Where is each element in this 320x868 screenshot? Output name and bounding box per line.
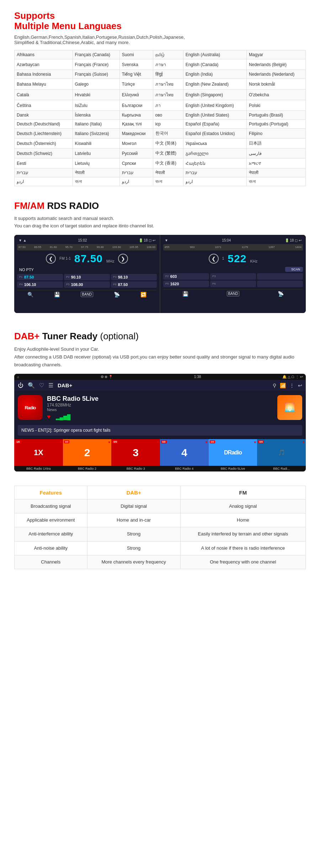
fmam-title: FM/AM RDS RADIO bbox=[14, 200, 306, 211]
fm-repeat-icon[interactable]: 🔁 bbox=[140, 292, 146, 297]
dab-channel-3[interactable]: 0/0 ♥ 3 BBC Radio 3 bbox=[111, 439, 160, 471]
lang-cell: Hrvatski bbox=[73, 90, 119, 100]
fm-presets: P1 87.50 P2 90.10 P3 98.10 P4 106.10 P5 bbox=[17, 274, 157, 288]
am-cast-icon[interactable]: 📡 bbox=[278, 291, 284, 297]
fmam-title-red: FM/AM bbox=[14, 200, 44, 211]
lang-cell: Latviešu bbox=[73, 149, 119, 158]
dab-channel-4[interactable]: 0/0 ♥ 4 BBC Radio 4 bbox=[160, 439, 209, 471]
am-preset-3[interactable]: P3 bbox=[210, 273, 256, 280]
lang-cell: اردو bbox=[15, 177, 73, 186]
am-preset-5[interactable]: P5 1620 bbox=[163, 281, 209, 287]
lang-cell: 中文 (简体) bbox=[153, 139, 183, 149]
lang-cell: 中文 (繁體) bbox=[153, 149, 183, 158]
lang-cell: বাংলা bbox=[247, 177, 306, 186]
lang-cell: Русский bbox=[119, 149, 153, 158]
dab-news-text: NEWS - ENT[2]: Springer opera court figh… bbox=[21, 428, 111, 433]
lang-cell: Српски bbox=[119, 158, 153, 168]
lang-cell: Español (Estados Unidos) bbox=[183, 129, 246, 139]
languages-subtitle: English,German,French,Spanish,Italian,Po… bbox=[14, 34, 306, 45]
lang-cell: Lietuvių bbox=[73, 158, 119, 168]
lang-cell: Deutsch (Liechtenstein) bbox=[15, 129, 73, 139]
dab-search-icon[interactable]: 🔍 bbox=[28, 382, 35, 389]
lang-cell: Italiano (Italia) bbox=[73, 120, 119, 129]
lang-cell: Deutsch (Schweiz) bbox=[15, 149, 73, 158]
dab-nav-title: DAB+ bbox=[58, 382, 72, 388]
comparison-cell-dab: Strong bbox=[87, 527, 180, 541]
dab-nav-right-icons: ⚲ 📶 ⋮ ↩ bbox=[273, 383, 302, 388]
dab-nav-bar: ⏻ 🔍 ♡ ☰ DAB+ ⚲ 📶 ⋮ ↩ bbox=[14, 380, 306, 391]
lang-cell: ภา bbox=[153, 100, 183, 111]
am-preset-6[interactable]: P6 bbox=[210, 281, 256, 287]
dab-desc-line1: Enjoy Audiophile-level Sound in your Car… bbox=[14, 346, 99, 352]
fm-cast-icon[interactable]: 📡 bbox=[114, 292, 120, 297]
lang-cell: 日本語 bbox=[247, 139, 306, 149]
lang-cell: नेपाली bbox=[247, 168, 306, 177]
lang-cell: Deutsch (Österreich) bbox=[15, 139, 73, 149]
fm-freq-display: 87.50 bbox=[74, 253, 103, 265]
languages-title-black: Supports bbox=[14, 10, 55, 21]
lang-cell: עברית bbox=[183, 168, 246, 177]
lang-cell: 한국어 bbox=[153, 129, 183, 139]
fm-preset-5[interactable]: P5 108.00 bbox=[64, 281, 110, 288]
am-scan-btn[interactable]: SCAN bbox=[285, 267, 303, 272]
fm-preset-6[interactable]: P6 87.50 bbox=[111, 281, 157, 288]
lang-cell: Polski bbox=[247, 100, 306, 111]
lang-cell: Հայերեն bbox=[183, 158, 246, 168]
fm-bottom-bar: 🔍 💾 BAND 📡 🔁 bbox=[17, 290, 157, 299]
dab-channel-6[interactable]: 0/0 ♥ 🎵 BBC Radi... bbox=[257, 439, 306, 471]
lang-cell: Íslenska bbox=[73, 111, 119, 120]
am-freq-display: 522 bbox=[228, 253, 246, 265]
dab-time: 1:38 bbox=[194, 375, 201, 379]
fm-band-icon[interactable]: BAND bbox=[81, 292, 94, 297]
dab-back-icon[interactable]: ↩ bbox=[298, 383, 302, 388]
dab-station-freq: 174.928MHz bbox=[47, 403, 273, 408]
lang-cell: English (Singapore) bbox=[183, 90, 246, 100]
fm-search-icon[interactable]: 🔍 bbox=[27, 292, 33, 297]
comparison-cell-feature: Anti-interfernce ability bbox=[15, 527, 87, 541]
fm-preset-1[interactable]: P1 87.50 bbox=[17, 274, 63, 280]
dab-title: DAB+ Tuner Ready (optional) bbox=[14, 331, 306, 342]
fm-screen: ▼ ▲ 15:02 🔋 18 ◻ ↩ 87.50 89.55 91.60 95.… bbox=[14, 235, 160, 313]
lang-cell: اردو bbox=[119, 177, 153, 186]
dab-list-icon[interactable]: ☰ bbox=[48, 382, 53, 389]
am-preset-2[interactable]: P2 603 bbox=[163, 273, 209, 280]
comparison-cell-fm: Analog signal bbox=[180, 500, 305, 513]
dab-ch2-logo: 0/0 ♥ 2 bbox=[63, 439, 112, 466]
dab-menu-icon[interactable]: ⋮ bbox=[289, 383, 294, 388]
dab-ch4-logo: 0/0 ♥ 4 bbox=[160, 439, 209, 466]
radio-screenshots: ▼ ▲ 15:02 🔋 18 ◻ ↩ 87.50 89.55 91.60 95.… bbox=[14, 235, 306, 313]
lang-cell: Norsk bokmål bbox=[247, 79, 306, 90]
lang-cell: ภาษา bbox=[153, 59, 183, 70]
lang-cell: Bahasa Indonesia bbox=[15, 70, 73, 79]
fm-band-label: FM 1-1 bbox=[59, 257, 71, 260]
comparison-section: Features DAB+ FM Broadcasting signalDigi… bbox=[0, 482, 320, 580]
comparison-cell-fm: Home bbox=[180, 513, 305, 527]
lang-cell: ієр bbox=[153, 120, 183, 129]
fm-preset-2[interactable]: P2 90.10 bbox=[64, 274, 110, 280]
am-band-icon[interactable]: BAND bbox=[227, 291, 240, 296]
dab-heart-icon[interactable]: ♡ bbox=[39, 382, 44, 389]
dab-channel-1xtra[interactable]: 1/0 ♥ 1X BBC Radio 1Xtra bbox=[14, 439, 63, 471]
dab-power-icon[interactable]: ⏻ bbox=[18, 382, 23, 389]
fm-preset-4[interactable]: P4 106.10 bbox=[17, 281, 63, 288]
am-preset-4[interactable] bbox=[257, 273, 303, 280]
fm-prev-btn[interactable]: ❮ bbox=[46, 254, 56, 264]
fm-next-btn[interactable]: ❯ bbox=[118, 254, 128, 264]
dab-channel-2[interactable]: 0/0 ♥ 2 BBC Radio 2 bbox=[63, 439, 112, 471]
am-save-icon[interactable]: 💾 bbox=[182, 291, 188, 297]
lang-cell: Français (Suisse) bbox=[73, 70, 119, 79]
fmam-section: FM/AM RDS RADIO It supports automatic se… bbox=[0, 193, 320, 324]
lang-cell: Afrikaans bbox=[15, 50, 73, 59]
lang-cell: Italiano (Svizzera) bbox=[73, 129, 119, 139]
lang-cell: ово bbox=[153, 111, 183, 120]
dab-station-name: BBC Radio 5Live bbox=[47, 395, 273, 403]
fm-preset-3[interactable]: P3 98.10 bbox=[111, 274, 157, 280]
am-prev-btn[interactable]: ❮ bbox=[209, 254, 219, 264]
dab-favorite-icon[interactable]: ♥ bbox=[47, 413, 51, 421]
fm-save-icon[interactable]: 💾 bbox=[54, 292, 60, 297]
lang-cell: Suomi bbox=[119, 50, 153, 59]
comparison-cell-fm: A lot of nosie if there is radio interfe… bbox=[180, 541, 305, 555]
lang-cell: English (Canada) bbox=[183, 59, 246, 70]
dab-ch4-name: BBC Radio 4 bbox=[160, 466, 209, 471]
dab-channel-5live[interactable]: 0/0 ♥ DRadio BBC Radio 5Live bbox=[209, 439, 257, 471]
